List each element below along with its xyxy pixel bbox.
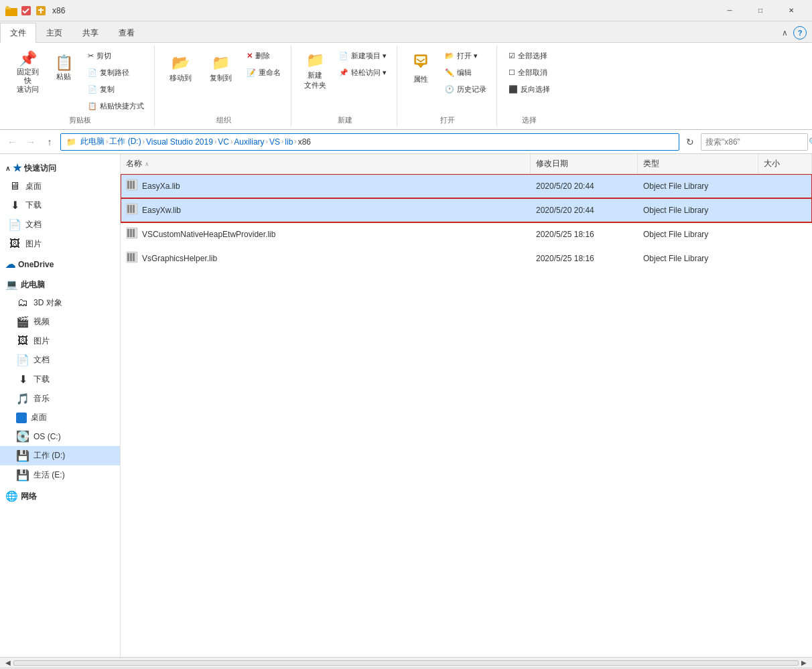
sidebar-onedrive-header[interactable]: ☁ OneDrive xyxy=(0,256,120,273)
forward-button[interactable]: → xyxy=(23,134,39,150)
delete-button[interactable]: ✕ 删除 xyxy=(242,48,285,64)
open-button[interactable]: 📂 打开 ▾ xyxy=(440,48,491,64)
edit-label: 编辑 xyxy=(457,68,472,78)
desktop-icon: 🖥 xyxy=(8,180,21,192)
back-button[interactable]: ← xyxy=(4,134,20,150)
file-cell-name-vsgraphics: VsGraphicsHelper.lib xyxy=(121,246,531,270)
col-header-type[interactable]: 类型 xyxy=(638,154,758,173)
sidebar-item-downloads[interactable]: ⬇ 下载 xyxy=(0,196,120,215)
sidebar-item-documents2[interactable]: 📄 文档 xyxy=(0,350,120,370)
sidebar-item-desktop2[interactable]: 桌面 xyxy=(0,408,120,427)
select-all-icon: ☑ xyxy=(509,52,515,60)
new-folder-button[interactable]: 📁 新建文件夹 xyxy=(298,48,332,94)
sort-icon: ∧ xyxy=(145,161,149,167)
sidebar-item-music[interactable]: 🎵 音乐 xyxy=(0,389,120,408)
file-row-vsgraphics[interactable]: VsGraphicsHelper.lib 2020/5/25 18:16 Obj… xyxy=(121,246,812,271)
sidebar-thispc-header[interactable]: 💻 此电脑 xyxy=(0,276,120,293)
copy-icon: 📄 xyxy=(88,85,97,94)
move-to-button[interactable]: 📂 移动到 xyxy=(161,48,199,88)
sidebar-item-pictures2[interactable]: 🖼 图片 xyxy=(0,331,120,350)
sidebar-item-d-drive[interactable]: 💾 工作 (D:) xyxy=(0,446,120,465)
copy-to-icon: 📁 xyxy=(212,54,230,72)
sidebar-network-header[interactable]: 🌐 网络 xyxy=(0,488,120,505)
copy-to-button[interactable]: 📁 复制到 xyxy=(202,48,239,88)
breadcrumb: 📁 此电脑 › 工作 (D:) › Visual Studio 2019 › V… xyxy=(66,136,673,147)
lib-file-icon-easyxw xyxy=(126,203,138,217)
up-button[interactable]: ↑ xyxy=(42,134,58,150)
select-none-button[interactable]: ☐ 全部取消 xyxy=(504,65,555,80)
copy-path-icon: 📄 xyxy=(88,68,97,77)
col-header-size[interactable]: 大小 xyxy=(758,154,812,173)
file-cell-type-vscustom: Object File Library xyxy=(638,225,758,244)
paste-button[interactable]: 📋 粘贴 xyxy=(47,48,80,88)
main-area: ∧ ★ 快速访问 🖥 桌面 ⬇ 下载 📄 文档 🖼 图片 ☁ OneDrive … xyxy=(0,154,812,657)
tab-home[interactable]: 主页 xyxy=(36,23,72,43)
folder-breadcrumb-icon: 📁 xyxy=(66,137,76,147)
pin-to-quickaccess-button[interactable]: 📌 固定到快速访问 xyxy=(11,48,44,98)
breadcrumb-d-drive[interactable]: 工作 (D:) xyxy=(109,136,141,147)
paste-shortcut-button[interactable]: 📋 粘贴快捷方式 xyxy=(83,98,149,114)
rename-button[interactable]: 📝 重命名 xyxy=(242,65,285,80)
svg-rect-12 xyxy=(130,181,132,189)
breadcrumb-vs2019[interactable]: Visual Studio 2019 xyxy=(146,137,213,147)
minimize-button[interactable]: ─ xyxy=(714,0,745,21)
expand-icon[interactable]: ∧ xyxy=(782,28,788,38)
file-row-vscustom[interactable]: VSCustomNativeHeapEtwProvider.lib 2020/5… xyxy=(121,222,812,246)
breadcrumb-vs[interactable]: VS xyxy=(269,137,280,147)
cut-button[interactable]: ✂ 剪切 xyxy=(83,48,149,64)
scroll-right-arrow[interactable]: ▶ xyxy=(799,659,809,666)
horizontal-scrollbar[interactable]: ◀ ▶ xyxy=(0,657,812,668)
invert-select-label: 反向选择 xyxy=(521,84,550,94)
lib-file-icon-easyxa xyxy=(126,179,138,193)
easy-access-button[interactable]: 📌 轻松访问 ▾ xyxy=(334,65,391,80)
tab-view[interactable]: 查看 xyxy=(109,23,145,43)
sidebar-d-drive-label: 工作 (D:) xyxy=(33,450,65,461)
properties-button[interactable]: 属性 xyxy=(404,48,437,88)
refresh-button[interactable]: ↻ xyxy=(682,134,698,150)
scroll-left-arrow[interactable]: ◀ xyxy=(3,659,13,666)
tab-share[interactable]: 共享 xyxy=(72,23,109,43)
sidebar-item-videos[interactable]: 🎬 视频 xyxy=(0,312,120,331)
svg-rect-13 xyxy=(133,181,135,189)
help-icon[interactable]: ? xyxy=(793,26,807,40)
clipboard-group-label: 剪贴板 xyxy=(11,114,149,127)
breadcrumb-this-pc[interactable]: 此电脑 xyxy=(80,136,105,147)
edit-button[interactable]: ✏️ 编辑 xyxy=(440,65,491,80)
select-all-button[interactable]: ☑ 全部选择 xyxy=(504,48,555,64)
sidebar-item-documents[interactable]: 📄 文档 xyxy=(0,215,120,234)
downloads2-icon: ⬇ xyxy=(16,373,29,386)
delete-icon: ✕ xyxy=(247,52,253,60)
col-header-date[interactable]: 修改日期 xyxy=(531,154,638,173)
file-cell-size-vsgraphics xyxy=(758,254,812,263)
col-header-name[interactable]: 名称 ∧ xyxy=(121,154,531,173)
file-row-easyxa[interactable]: EasyXa.lib 2020/5/20 20:44 Object File L… xyxy=(121,174,812,198)
copy-button[interactable]: 📄 复制 xyxy=(83,82,149,97)
file-date-vsgraphics: 2020/5/25 18:16 xyxy=(536,254,594,263)
breadcrumb-auxiliary[interactable]: Auxiliary xyxy=(234,137,264,147)
breadcrumb-lib[interactable]: lib xyxy=(285,137,293,147)
file-row-easyxw[interactable]: EasyXw.lib 2020/5/20 20:44 Object File L… xyxy=(121,198,812,222)
sidebar-item-pictures[interactable]: 🖼 图片 xyxy=(0,234,120,253)
tab-file[interactable]: 文件 xyxy=(0,23,36,43)
sidebar-item-3d-objects[interactable]: 🗂 3D 对象 xyxy=(0,293,120,312)
sidebar-item-downloads2[interactable]: ⬇ 下载 xyxy=(0,370,120,389)
sidebar-item-desktop[interactable]: 🖥 桌面 xyxy=(0,177,120,196)
new-item-button[interactable]: 📄 新建项目 ▾ xyxy=(334,48,391,64)
invert-select-button[interactable]: ⬛ 反向选择 xyxy=(504,82,555,97)
properties-icon xyxy=(413,53,429,73)
breadcrumb-vc[interactable]: VC xyxy=(218,137,229,147)
scroll-track[interactable] xyxy=(13,660,799,666)
quick-access-label: 快速访问 xyxy=(24,163,56,174)
history-button[interactable]: 🕐 历史记录 xyxy=(440,82,491,97)
easy-access-label: 轻松访问 ▾ xyxy=(351,68,387,78)
search-box[interactable]: 🔍 xyxy=(701,133,808,151)
sidebar-item-c-drive[interactable]: 💽 OS (C:) xyxy=(0,427,120,446)
sidebar-item-e-drive[interactable]: 💾 生活 (E:) xyxy=(0,465,120,485)
file-type-easyxw: Object File Library xyxy=(643,206,708,215)
sidebar-quick-access-header[interactable]: ∧ ★ 快速访问 xyxy=(0,159,120,177)
address-bar[interactable]: 📁 此电脑 › 工作 (D:) › Visual Studio 2019 › V… xyxy=(60,133,679,151)
maximize-button[interactable]: □ xyxy=(745,0,776,21)
copy-path-button[interactable]: 📄 复制路径 xyxy=(83,65,149,80)
close-button[interactable]: ✕ xyxy=(776,0,807,21)
search-input[interactable] xyxy=(705,137,806,147)
